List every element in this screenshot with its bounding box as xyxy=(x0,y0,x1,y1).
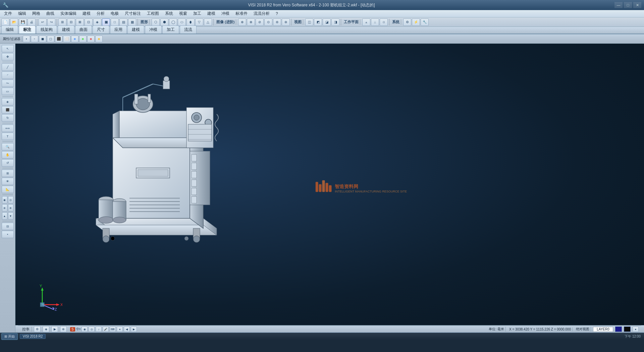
lt-zoom[interactable]: 🔍 xyxy=(2,143,14,150)
img-btn-2[interactable]: ⊗ xyxy=(247,18,255,26)
menu-punch[interactable]: 冲模 xyxy=(219,10,232,17)
filter-btn-10[interactable]: ■ xyxy=(95,36,103,42)
shape-btn-3[interactable]: ◯ xyxy=(169,18,177,26)
view-btn-2[interactable]: ◩ xyxy=(314,18,322,26)
lt-curve[interactable]: 〜 xyxy=(2,80,14,87)
filter-btn-1[interactable]: ▪ xyxy=(23,36,30,42)
wp-btn-1[interactable]: ⟁ xyxy=(362,18,370,26)
lt-extrude[interactable]: ⬛ xyxy=(2,106,14,114)
shape-btn-5[interactable]: ⬮ xyxy=(186,18,195,26)
color-box-1[interactable] xyxy=(615,326,622,332)
open-button[interactable]: 📂 xyxy=(10,18,18,26)
img-btn-6[interactable]: ⊛ xyxy=(282,18,290,26)
tab-punch[interactable]: 冲模 xyxy=(145,26,162,34)
menu-edit[interactable]: 编辑 xyxy=(15,10,29,17)
filter-btn-7[interactable]: ■ xyxy=(71,36,78,42)
tool-2[interactable]: ⊟ xyxy=(67,18,75,26)
sb-icon-2[interactable]: ◈ xyxy=(43,326,49,332)
shape-btn-4[interactable]: ⬭ xyxy=(178,18,186,26)
start-btn[interactable]: ⊞ 开始 xyxy=(1,333,18,340)
menu-curve[interactable]: 曲线 xyxy=(44,10,57,17)
maximize-button[interactable]: □ xyxy=(624,2,632,8)
viewport[interactable]: 智造资料网 INTELLIGENT MANUFACTURING RESOURCE… xyxy=(15,44,644,333)
ime-btn-6[interactable]: ♦ xyxy=(117,326,123,332)
tool-9[interactable]: ▦ xyxy=(128,18,136,26)
lt-revolve[interactable]: ↻ xyxy=(2,114,14,122)
img-btn-3[interactable]: ⊘ xyxy=(256,18,264,26)
lt-pair-3b[interactable]: ▼ xyxy=(8,212,13,220)
filter-btn-2[interactable]: ▫ xyxy=(31,36,38,42)
sb-end-btn[interactable]: ● xyxy=(633,326,639,332)
tool-4[interactable]: ⊡ xyxy=(85,18,93,26)
menu-standard[interactable]: 标准件 xyxy=(233,10,250,17)
tab-apply[interactable]: 应用 xyxy=(110,26,127,34)
lt-line[interactable]: ╱ xyxy=(2,63,14,71)
img-btn-4[interactable]: ⊙ xyxy=(264,18,272,26)
lt-point[interactable]: • xyxy=(2,231,14,238)
menu-machining[interactable]: 加工 xyxy=(191,10,204,17)
lt-dimension[interactable]: ⟺ xyxy=(2,125,14,132)
lt-text[interactable]: T xyxy=(2,133,14,140)
view-btn-4[interactable]: ◨ xyxy=(331,18,339,26)
menu-flow[interactable]: 流流分析 xyxy=(251,10,272,17)
new-button[interactable]: 📄 xyxy=(1,18,9,26)
menu-system[interactable]: 系统 xyxy=(162,10,176,17)
img-btn-1[interactable]: ⊕ xyxy=(238,18,246,26)
filter-btn-3[interactable]: ◼ xyxy=(39,36,46,42)
tool-1[interactable]: ⊞ xyxy=(58,18,66,26)
menu-grid[interactable]: 网格 xyxy=(30,10,43,17)
undo-button[interactable]: ↩ xyxy=(39,18,47,26)
sys-btn-1[interactable]: ⚙ xyxy=(403,18,411,26)
lt-arc[interactable]: ◜ xyxy=(2,72,14,79)
lt-pan[interactable]: ✋ xyxy=(2,151,14,159)
tab-modeling2[interactable]: 建模 xyxy=(127,26,144,34)
filter-btn-8[interactable]: ■ xyxy=(79,36,87,42)
lt-measure[interactable]: 📐 xyxy=(2,186,14,193)
menu-drawing[interactable]: 工程图 xyxy=(144,10,162,17)
lt-solid[interactable]: ◈ xyxy=(2,98,14,105)
sb-icon-4[interactable]: ⊕ xyxy=(60,326,67,332)
menu-modeling[interactable]: 建模 xyxy=(205,10,218,17)
menu-analysis[interactable]: 分析 xyxy=(94,10,107,17)
filter-btn-4[interactable]: ◻ xyxy=(47,36,54,42)
img-btn-5[interactable]: ⊚ xyxy=(273,18,281,26)
ime-indicator[interactable]: S xyxy=(70,327,75,332)
lt-layer[interactable]: ⊞ xyxy=(2,170,14,177)
view-btn-1[interactable]: ◫ xyxy=(305,18,313,26)
ime-btn-3[interactable]: ♪ xyxy=(96,326,102,332)
lt-snap[interactable]: ⊟ xyxy=(2,223,14,230)
ime-btn-7[interactable]: ◀ xyxy=(124,326,130,332)
save-button[interactable]: 💾 xyxy=(19,18,27,26)
tab-surface[interactable]: 曲面 xyxy=(75,26,92,34)
lt-visibility[interactable]: 👁 xyxy=(2,178,14,185)
tool-3[interactable]: ⊠ xyxy=(76,18,84,26)
menu-file[interactable]: 文件 xyxy=(1,10,15,17)
shape-btn-2[interactable]: ⬢ xyxy=(160,18,168,26)
lt-pair-3a[interactable]: ▲ xyxy=(2,212,7,220)
wp-btn-2[interactable]: ⟂ xyxy=(371,18,379,26)
wp-btn-3[interactable]: ⟃ xyxy=(380,18,388,26)
tab-flow[interactable]: 流流 xyxy=(180,26,197,34)
shape-btn-1[interactable]: ⬡ xyxy=(152,18,160,26)
tab-build[interactable]: 建模 xyxy=(58,26,74,34)
lt-rotate-view[interactable]: ↺ xyxy=(2,159,14,167)
tab-dimension[interactable]: 尺寸 xyxy=(93,26,109,34)
taskbar-visi[interactable]: VISI 2018 R2 xyxy=(20,334,46,339)
shape-btn-7[interactable]: △ xyxy=(204,18,212,26)
tab-annotation[interactable]: 标注 xyxy=(19,26,36,34)
filter-btn-6[interactable]: ⬜ xyxy=(63,36,70,42)
sys-btn-2[interactable]: ⚡ xyxy=(412,18,420,26)
tool-6[interactable]: ▣ xyxy=(102,18,110,26)
sb-icon-3[interactable]: ▶ xyxy=(51,326,58,332)
lt-select[interactable]: ↖ xyxy=(2,45,14,52)
ime-btn-4[interactable]: 🎤 xyxy=(103,326,109,332)
shape-btn-6[interactable]: ▽ xyxy=(195,18,203,26)
color-box-2[interactable] xyxy=(624,326,631,332)
menu-build[interactable]: 建模 xyxy=(80,10,93,17)
layer-indicator[interactable]: LAYER0 xyxy=(593,327,613,332)
lt-pair-1a[interactable]: ◉ xyxy=(2,196,7,204)
tool-8[interactable]: ▤ xyxy=(119,18,127,26)
lt-pair-1b[interactable]: ◎ xyxy=(8,196,13,204)
menu-help[interactable]: ? xyxy=(273,11,281,17)
menu-view[interactable]: 视窗 xyxy=(176,10,190,17)
